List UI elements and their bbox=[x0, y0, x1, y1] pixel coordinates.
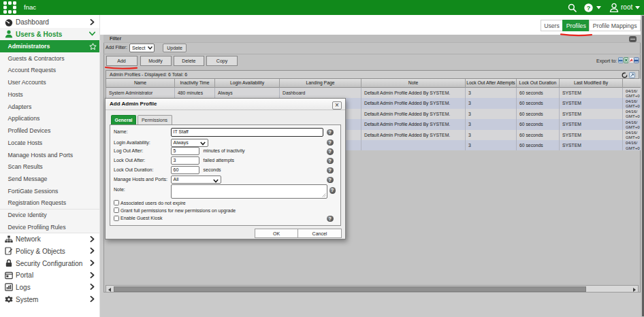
copy-button[interactable]: Copy bbox=[206, 56, 238, 66]
tab-profile-mappings[interactable]: Profile Mappings bbox=[589, 20, 641, 31]
field-suffix: seconds bbox=[204, 167, 221, 172]
sidebar-item-administrators[interactable]: Administrators bbox=[0, 40, 99, 52]
login-availability-select[interactable]: Always bbox=[171, 139, 208, 147]
sidebar-item-registration-requests[interactable]: Registration Requests bbox=[0, 197, 99, 209]
ok-button[interactable]: OK bbox=[255, 229, 298, 239]
username[interactable]: root bbox=[621, 0, 632, 15]
export-page-icon[interactable] bbox=[629, 72, 635, 78]
scroll-left-arrow-icon[interactable] bbox=[108, 288, 111, 292]
search-icon[interactable] bbox=[568, 0, 577, 15]
column-header-last-modified-date[interactable]: Last Modified Date bbox=[623, 79, 641, 88]
user-caret-icon[interactable] bbox=[635, 0, 640, 15]
sidebar-item-profiled-devices[interactable]: Profiled Devices bbox=[0, 124, 99, 137]
help-icon[interactable]: ? bbox=[327, 139, 334, 146]
lock-out-after-input[interactable]: 3 bbox=[171, 156, 199, 165]
sidebar-item-portal[interactable]: Portal bbox=[0, 269, 99, 282]
horizontal-scrollbar-thumb[interactable] bbox=[114, 286, 586, 293]
scroll-right-arrow-icon[interactable] bbox=[633, 288, 636, 292]
column-header-name[interactable]: Name bbox=[106, 79, 175, 88]
name-input[interactable]: IT Staff bbox=[171, 128, 323, 137]
dialog-tab-general[interactable]: General bbox=[111, 115, 136, 125]
refresh-icon[interactable] bbox=[622, 72, 628, 78]
sidebar-item-locate-hosts[interactable]: Locate Hosts bbox=[0, 137, 99, 149]
sidebar-item-fortigate-sessions[interactable]: FortiGate Sessions bbox=[0, 185, 99, 197]
vertical-scrollbar[interactable] bbox=[641, 15, 644, 317]
manage-hosts-and-ports-select[interactable]: All bbox=[171, 176, 221, 184]
rtf-file-icon[interactable] bbox=[634, 57, 639, 63]
sidebar-item-policy-objects[interactable]: Policy & Objects bbox=[0, 245, 99, 257]
sidebar-item-dashboard[interactable]: Dashboard bbox=[0, 16, 99, 29]
sidebar-item-device-profiling-rules[interactable]: Device Profiling Rules bbox=[0, 221, 99, 233]
checkbox[interactable] bbox=[114, 207, 119, 213]
column-header-lock-out-after-attempts[interactable]: Lock Out After Attempts bbox=[466, 79, 517, 88]
add-button[interactable]: Add bbox=[106, 56, 138, 66]
help-caret-icon[interactable] bbox=[596, 0, 601, 15]
close-icon[interactable]: × bbox=[332, 101, 342, 110]
vertical-scrollbar-thumb[interactable] bbox=[642, 16, 644, 316]
sidebar-item-account-requests[interactable]: Account Requests bbox=[0, 64, 99, 76]
column-header-landing-page[interactable]: Landing Page bbox=[280, 79, 361, 88]
column-header-login-availability[interactable]: Login Availability bbox=[215, 79, 280, 88]
help-icon[interactable]: ? bbox=[327, 158, 334, 165]
column-header-last-modified-by[interactable]: Last Modified By bbox=[560, 79, 623, 88]
column-header-note[interactable]: Note bbox=[361, 79, 466, 88]
sidebar-item-network[interactable]: Network bbox=[0, 233, 99, 246]
lock-out-duration-input[interactable]: 60 bbox=[171, 166, 199, 174]
sidebar-item-label: Logs bbox=[16, 284, 31, 291]
help-icon[interactable]: ? bbox=[327, 216, 334, 222]
csv-file-icon[interactable] bbox=[618, 57, 624, 63]
dialog-tab-permissions[interactable]: Permissions bbox=[138, 115, 172, 125]
checkbox[interactable] bbox=[114, 216, 119, 221]
sidebar-item-label: Guests & Contractors bbox=[8, 55, 65, 62]
tab-profiles[interactable]: Profiles bbox=[562, 20, 590, 31]
sidebar-item-logs[interactable]: Logs bbox=[0, 281, 99, 293]
help-icon[interactable]: ? bbox=[329, 187, 336, 194]
sidebar-item-label: Manage Hosts and Ports bbox=[8, 152, 74, 158]
pdf-file-icon[interactable] bbox=[629, 57, 634, 63]
column-header-inactivity-time[interactable]: Inactivity Time bbox=[175, 79, 215, 88]
field-label: Lock Out Duration: bbox=[114, 167, 153, 172]
sidebar-item-security-configuration[interactable]: Security Configuration bbox=[0, 257, 99, 269]
note-textarea[interactable] bbox=[171, 184, 327, 199]
delete-button[interactable]: Delete bbox=[174, 56, 204, 66]
column-header-lock-out-duration[interactable]: Lock Out Duration bbox=[517, 79, 560, 88]
sidebar-item-manage-hosts-and-ports[interactable]: Manage Hosts and Ports bbox=[0, 149, 99, 161]
lock-icon bbox=[5, 259, 13, 267]
user-icon[interactable] bbox=[609, 0, 619, 15]
sidebar-item-system[interactable]: System bbox=[0, 293, 99, 305]
horizontal-scrollbar[interactable] bbox=[106, 285, 639, 293]
sidebar-item-user-accounts[interactable]: User Accounts bbox=[0, 76, 99, 88]
update-button[interactable]: Update bbox=[163, 44, 187, 52]
dialog-title: Add Admin Profile bbox=[106, 99, 345, 110]
sidebar-item-device-identity[interactable]: Device Identity bbox=[0, 209, 99, 221]
modify-button[interactable]: Modify bbox=[140, 56, 172, 66]
help-icon[interactable]: ? bbox=[327, 129, 334, 136]
cell-attempts: 3 bbox=[466, 98, 517, 108]
collapse-panel-icon[interactable] bbox=[629, 36, 637, 42]
sidebar-item-guests-contractors[interactable]: Guests & Contractors bbox=[0, 52, 99, 65]
sidebar-item-adapters[interactable]: Adapters bbox=[0, 101, 99, 113]
sidebar-item-applications[interactable]: Applications bbox=[0, 112, 99, 124]
sidebar-item-scan-results[interactable]: Scan Results bbox=[0, 161, 99, 173]
filter-select[interactable]: Select bbox=[129, 44, 155, 52]
chevron-right-icon bbox=[89, 296, 95, 302]
checkbox[interactable] bbox=[114, 200, 119, 205]
help-icon[interactable]: ? bbox=[327, 148, 334, 155]
sidebar-item-label: System bbox=[16, 296, 38, 303]
sidebar-item-send-message[interactable]: Send Message bbox=[0, 173, 99, 185]
cell-duration: 60 seconds bbox=[517, 98, 560, 108]
cell-modified-by: SYSTEM bbox=[560, 109, 623, 119]
excel-file-icon[interactable] bbox=[624, 57, 629, 63]
help-icon[interactable]: ? bbox=[327, 167, 334, 174]
cell-note: Default Admin Profile Added By SYSTEM. bbox=[361, 109, 466, 119]
sidebar-item-users-hosts[interactable]: Users & Hosts bbox=[0, 28, 99, 40]
tab-users[interactable]: Users bbox=[541, 20, 564, 31]
star-icon[interactable] bbox=[89, 43, 95, 49]
header-strip: UsersProfilesProfile Mappings bbox=[100, 15, 644, 35]
table-row[interactable]: System Administrator480 minutesAlwaysDas… bbox=[106, 88, 641, 98]
help-icon[interactable]: ? bbox=[327, 177, 334, 184]
log-out-after-input[interactable]: 5 bbox=[171, 147, 199, 155]
help-icon[interactable]: ? bbox=[584, 0, 593, 15]
cancel-button[interactable]: Cancel bbox=[297, 229, 342, 239]
sidebar-item-hosts[interactable]: Hosts bbox=[0, 88, 99, 101]
